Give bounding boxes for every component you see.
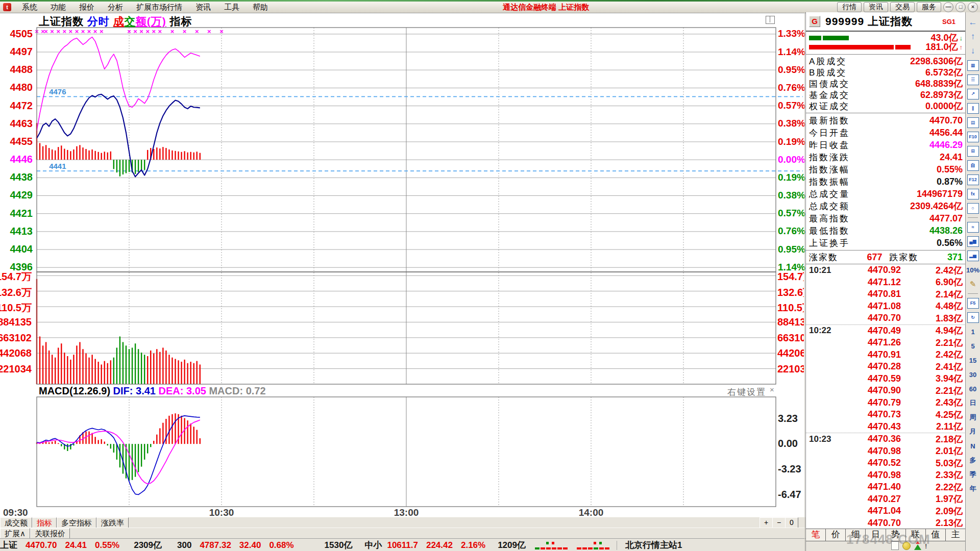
titlebar-button-0[interactable]: 行情 xyxy=(837,2,862,12)
f12-icon: F12 xyxy=(967,174,979,185)
f10-icon[interactable]: F10 xyxy=(967,130,979,144)
titlebar-button-2[interactable]: 交易 xyxy=(890,2,915,12)
tab-扩展∧[interactable]: 扩展∧ xyxy=(0,528,30,539)
trend-line-icon[interactable]: ↗ xyxy=(967,87,979,101)
period-multi-icon[interactable]: 多 xyxy=(967,453,979,467)
strength-bar-segment xyxy=(809,45,894,49)
volume-axis-label-left: 884135 xyxy=(0,316,33,328)
f12-icon[interactable]: F12 xyxy=(967,172,979,187)
info-pages-icon[interactable]: ▤ xyxy=(967,115,979,130)
ring-icon[interactable]: ○ xyxy=(967,201,979,215)
quote-list-icon[interactable]: ☰ xyxy=(967,72,979,87)
stat-row-label: 总成交量 xyxy=(809,188,850,200)
turnover-row: 权证成交0.0000亿 xyxy=(806,101,966,112)
price-axis-label: 4497 xyxy=(0,46,33,58)
minimize-button[interactable]: — xyxy=(943,2,953,12)
tick-list[interactable]: 10:214470.922.42亿4471.126.90亿4470.812.14… xyxy=(806,264,966,529)
titlebar-button-3[interactable]: 服务 xyxy=(917,2,941,12)
menu-item-7[interactable]: 帮助 xyxy=(246,2,275,13)
period-15-icon[interactable]: 15 xyxy=(967,353,979,367)
price-axis-label: 4413 xyxy=(0,226,33,237)
tick-amount: 2.09亿 xyxy=(901,505,963,517)
refresh-icon[interactable]: ↻ xyxy=(967,310,979,324)
stat-row-label: 最高指数 xyxy=(809,213,850,224)
host-divider xyxy=(617,541,617,550)
menu-item-5[interactable]: 资讯 xyxy=(189,2,217,13)
stat-row-value: 4456.44 xyxy=(929,128,963,138)
period-60-icon[interactable]: 60 xyxy=(967,382,979,396)
tab-成交额[interactable]: 成交额 xyxy=(0,517,32,528)
ten-percent-icon[interactable]: 10% xyxy=(967,263,979,277)
menu-item-0[interactable]: 系统 xyxy=(15,2,44,13)
led-cell xyxy=(563,547,568,549)
period-year-icon[interactable]: 年 xyxy=(967,482,979,496)
tab-指标[interactable]: 指标 xyxy=(32,517,57,528)
mountain-chart-icon[interactable]: ▄▆ xyxy=(967,234,979,248)
alert-icon[interactable]: ! xyxy=(925,542,927,550)
titlebar-button-1[interactable]: 资讯 xyxy=(864,2,888,12)
back-icon[interactable]: ← xyxy=(967,15,979,30)
close-button[interactable]: × xyxy=(968,2,978,12)
note-icon[interactable] xyxy=(891,541,899,550)
stat-row-label: 最低指数 xyxy=(809,225,850,237)
info-pages-icon: ▤ xyxy=(967,117,979,128)
f5-icon[interactable]: F5 xyxy=(967,296,979,310)
tab-关联报价[interactable]: 关联报价 xyxy=(30,528,70,539)
sector-tree-icon[interactable]: ⊞ xyxy=(967,144,979,158)
period-5-icon[interactable]: 5 xyxy=(967,339,979,353)
zoom-button-0[interactable]: 0 xyxy=(785,517,798,528)
menu-item-4[interactable]: 扩展市场行情 xyxy=(130,2,189,13)
zoom-button-−[interactable]: − xyxy=(772,517,786,528)
menu-item-3[interactable]: 分析 xyxy=(101,2,130,13)
restore-button[interactable]: □ xyxy=(955,2,966,12)
multi-curve-icon[interactable]: ≈ xyxy=(967,220,979,234)
volume-axis-label-right: 442068 xyxy=(777,347,804,359)
split-window-icon[interactable] xyxy=(766,16,775,24)
mini-tab-价[interactable]: 价 xyxy=(826,529,846,541)
tab-多空指标[interactable]: 多空指标 xyxy=(57,517,96,528)
menu-item-2[interactable]: 报价 xyxy=(72,2,101,13)
formula-icon[interactable]: fx xyxy=(967,187,979,201)
period-month-icon[interactable]: 月 xyxy=(967,424,979,439)
turnover-row-label: 国债成交 xyxy=(809,78,850,90)
zoom-button-+[interactable]: + xyxy=(760,517,773,528)
f10-icon: F10 xyxy=(967,132,979,142)
mini-tab-主[interactable]: 主 xyxy=(946,529,966,541)
macd-axis-label: 0.00 xyxy=(778,438,805,449)
price-axis-label: 4429 xyxy=(0,189,33,201)
clock-ball-icon[interactable] xyxy=(902,542,911,550)
ref-line-label: 4476 xyxy=(49,87,80,96)
tick-row: 4470.432.11亿 xyxy=(806,421,966,433)
price-axis-label: 4488 xyxy=(0,64,33,76)
page-down-icon[interactable]: ↓ xyxy=(967,44,979,58)
period-day-icon[interactable]: 日 xyxy=(967,396,979,410)
quote-list-icon: ☰ xyxy=(967,74,979,85)
updown-arrow-icon[interactable] xyxy=(914,544,921,550)
tick-row: 10:234470.362.18亿 xyxy=(806,433,966,445)
menu-item-6[interactable]: 工具 xyxy=(217,2,246,13)
tick-amount: 2.13亿 xyxy=(901,517,963,529)
period-n-icon[interactable]: N xyxy=(967,439,979,453)
pencil-icon[interactable]: ✎ xyxy=(967,277,979,291)
period-1-icon[interactable]: 1 xyxy=(967,324,979,339)
mini-tab-笔[interactable]: 笔 xyxy=(806,529,826,541)
period-quarter-icon[interactable]: 季 xyxy=(967,467,979,482)
volume-axis-label-left: 110.5万 xyxy=(0,301,33,312)
self-stock-icon[interactable]: 自 xyxy=(967,158,979,172)
macd-close-icon[interactable]: × xyxy=(770,385,774,394)
stat-row-label: 今日开盘 xyxy=(809,127,850,139)
strength-bar-value: 181.0亿 xyxy=(925,41,958,53)
volume-bars-icon[interactable]: ▂▅ xyxy=(967,248,979,263)
kline-chart-icon[interactable]: ∥ xyxy=(967,101,979,115)
report-table-icon[interactable]: ▦ xyxy=(967,58,979,72)
tick-row: 4470.702.13亿 xyxy=(806,517,966,529)
led-cell xyxy=(599,547,604,549)
menu-item-1[interactable]: 功能 xyxy=(44,2,72,13)
tick-amount: 2.01亿 xyxy=(901,445,963,457)
sector-tree-icon: ⊞ xyxy=(967,146,979,157)
page-up-icon[interactable]: ↑ xyxy=(967,30,979,44)
volume-axis-label-right: 221034 xyxy=(777,363,804,374)
period-30-icon[interactable]: 30 xyxy=(967,367,979,382)
period-week-icon[interactable]: 周 xyxy=(967,410,979,424)
tab-涨跌率[interactable]: 涨跌率 xyxy=(96,517,129,528)
